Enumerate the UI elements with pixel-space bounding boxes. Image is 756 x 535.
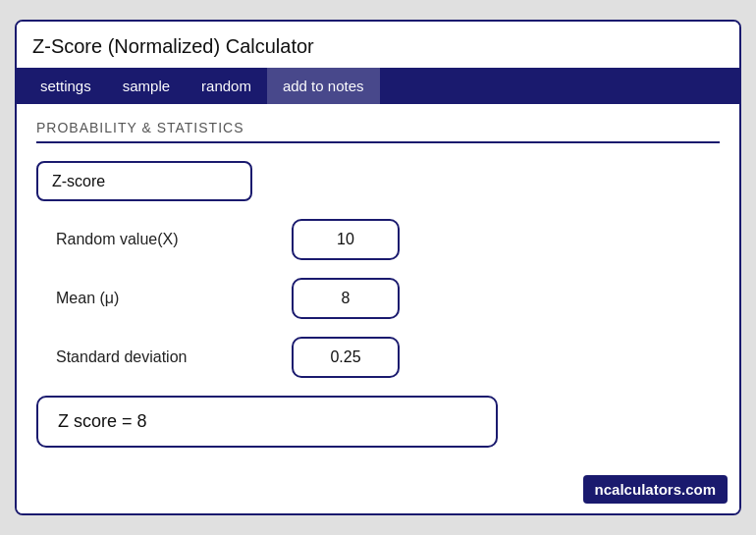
field-label-mean: Mean (μ) — [56, 290, 292, 307]
field-row-std-dev: Standard deviation — [36, 337, 720, 378]
field-label-std-dev: Standard deviation — [56, 348, 292, 366]
tab-settings[interactable]: settings — [25, 68, 107, 104]
input-random-value[interactable] — [292, 219, 400, 260]
tab-add-to-notes[interactable]: add to notes — [267, 68, 380, 104]
field-row-mean: Mean (μ) — [36, 278, 720, 319]
field-row-random-value: Random value(X) — [36, 219, 720, 260]
field-label-random-value: Random value(X) — [56, 231, 292, 248]
title-bar: Z-Score (Normalized) Calculator — [17, 22, 739, 68]
footer-bar: ncalculators.com — [17, 467, 739, 513]
section-label: PROBABILITY & STATISTICS — [36, 120, 720, 143]
result-box: Z score = 8 — [36, 396, 498, 448]
calculator-container: Z-Score (Normalized) Calculator settings… — [15, 20, 741, 515]
brand-badge: ncalculators.com — [583, 475, 728, 504]
input-std-dev[interactable] — [292, 337, 400, 378]
calculator-type-select[interactable]: Z-score — [36, 161, 252, 201]
tab-bar: settings sample random add to notes — [17, 68, 739, 104]
tab-random[interactable]: random — [186, 68, 267, 104]
tab-sample[interactable]: sample — [107, 68, 186, 104]
content-area: PROBABILITY & STATISTICS Z-score Random … — [17, 104, 739, 467]
input-mean[interactable] — [292, 278, 400, 319]
page-title: Z-Score (Normalized) Calculator — [32, 35, 314, 57]
